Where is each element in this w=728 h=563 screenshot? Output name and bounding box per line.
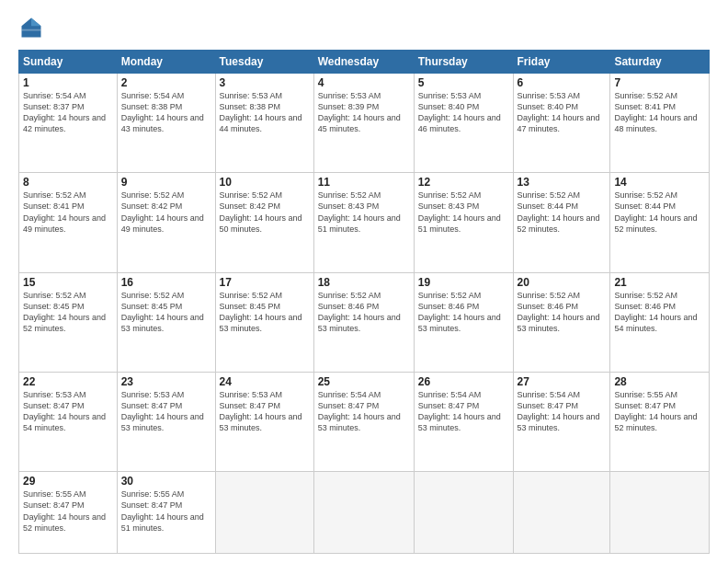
day-number: 15 bbox=[23, 276, 113, 289]
calendar-cell: 6Sunrise: 5:53 AMSunset: 8:40 PMDaylight… bbox=[513, 74, 610, 173]
day-number: 13 bbox=[518, 176, 607, 189]
logo bbox=[18, 15, 46, 40]
calendar-cell: 11Sunrise: 5:52 AMSunset: 8:43 PMDayligh… bbox=[313, 173, 414, 272]
day-info: Sunrise: 5:54 AMSunset: 8:47 PMDaylight:… bbox=[518, 389, 607, 434]
day-info: Sunrise: 5:52 AMSunset: 8:45 PMDaylight:… bbox=[220, 290, 310, 335]
col-header-saturday: Saturday bbox=[610, 51, 710, 74]
day-number: 2 bbox=[121, 76, 211, 89]
calendar-week-0: 1Sunrise: 5:54 AMSunset: 8:37 PMDaylight… bbox=[19, 74, 710, 173]
calendar-cell: 18Sunrise: 5:52 AMSunset: 8:46 PMDayligh… bbox=[313, 272, 414, 372]
col-header-wednesday: Wednesday bbox=[313, 51, 414, 74]
calendar-cell: 17Sunrise: 5:52 AMSunset: 8:45 PMDayligh… bbox=[215, 272, 313, 372]
day-number: 4 bbox=[318, 76, 410, 89]
day-info: Sunrise: 5:52 AMSunset: 8:42 PMDaylight:… bbox=[220, 190, 310, 235]
day-info: Sunrise: 5:52 AMSunset: 8:46 PMDaylight:… bbox=[318, 290, 410, 335]
calendar-cell: 9Sunrise: 5:52 AMSunset: 8:42 PMDaylight… bbox=[117, 173, 215, 272]
day-info: Sunrise: 5:52 AMSunset: 8:43 PMDaylight:… bbox=[318, 190, 410, 235]
calendar-cell: 7Sunrise: 5:52 AMSunset: 8:41 PMDaylight… bbox=[610, 74, 710, 173]
day-info: Sunrise: 5:55 AMSunset: 8:47 PMDaylight:… bbox=[23, 488, 113, 534]
calendar-cell bbox=[414, 472, 513, 554]
day-number: 6 bbox=[518, 76, 607, 89]
day-number: 19 bbox=[418, 276, 509, 289]
calendar-cell: 15Sunrise: 5:52 AMSunset: 8:45 PMDayligh… bbox=[19, 272, 118, 372]
day-info: Sunrise: 5:54 AMSunset: 8:47 PMDaylight:… bbox=[318, 389, 410, 434]
day-number: 24 bbox=[220, 375, 310, 388]
day-info: Sunrise: 5:52 AMSunset: 8:44 PMDaylight:… bbox=[518, 190, 607, 235]
calendar-cell: 19Sunrise: 5:52 AMSunset: 8:46 PMDayligh… bbox=[414, 272, 513, 372]
calendar-table: SundayMondayTuesdayWednesdayThursdayFrid… bbox=[18, 50, 710, 554]
day-number: 30 bbox=[121, 475, 211, 488]
logo-icon bbox=[18, 15, 44, 40]
day-info: Sunrise: 5:52 AMSunset: 8:44 PMDaylight:… bbox=[614, 190, 705, 235]
day-info: Sunrise: 5:55 AMSunset: 8:47 PMDaylight:… bbox=[614, 389, 705, 434]
day-number: 21 bbox=[614, 276, 705, 289]
calendar-cell: 29Sunrise: 5:55 AMSunset: 8:47 PMDayligh… bbox=[19, 472, 118, 554]
day-info: Sunrise: 5:52 AMSunset: 8:45 PMDaylight:… bbox=[23, 290, 113, 335]
calendar-cell: 1Sunrise: 5:54 AMSunset: 8:37 PMDaylight… bbox=[19, 74, 118, 173]
calendar-cell: 4Sunrise: 5:53 AMSunset: 8:39 PMDaylight… bbox=[313, 74, 414, 173]
day-info: Sunrise: 5:54 AMSunset: 8:38 PMDaylight:… bbox=[121, 90, 211, 135]
day-number: 7 bbox=[614, 76, 705, 89]
calendar-cell: 8Sunrise: 5:52 AMSunset: 8:41 PMDaylight… bbox=[19, 173, 118, 272]
day-number: 27 bbox=[518, 375, 607, 388]
svg-rect-2 bbox=[22, 29, 41, 31]
header bbox=[18, 15, 710, 40]
day-info: Sunrise: 5:52 AMSunset: 8:46 PMDaylight:… bbox=[614, 290, 705, 335]
day-info: Sunrise: 5:54 AMSunset: 8:37 PMDaylight:… bbox=[23, 90, 113, 135]
day-number: 23 bbox=[121, 375, 211, 388]
day-number: 25 bbox=[318, 375, 410, 388]
day-info: Sunrise: 5:53 AMSunset: 8:40 PMDaylight:… bbox=[518, 90, 607, 135]
day-info: Sunrise: 5:54 AMSunset: 8:47 PMDaylight:… bbox=[418, 389, 509, 434]
day-info: Sunrise: 5:52 AMSunset: 8:41 PMDaylight:… bbox=[23, 190, 113, 235]
day-info: Sunrise: 5:52 AMSunset: 8:45 PMDaylight:… bbox=[121, 290, 211, 335]
calendar-cell: 5Sunrise: 5:53 AMSunset: 8:40 PMDaylight… bbox=[414, 74, 513, 173]
day-info: Sunrise: 5:52 AMSunset: 8:46 PMDaylight:… bbox=[418, 290, 509, 335]
day-number: 28 bbox=[614, 375, 705, 388]
calendar-cell: 13Sunrise: 5:52 AMSunset: 8:44 PMDayligh… bbox=[513, 173, 610, 272]
day-number: 26 bbox=[418, 375, 509, 388]
calendar-cell bbox=[610, 472, 710, 554]
day-number: 8 bbox=[23, 176, 113, 189]
calendar-cell: 24Sunrise: 5:53 AMSunset: 8:47 PMDayligh… bbox=[215, 372, 313, 471]
calendar-week-3: 22Sunrise: 5:53 AMSunset: 8:47 PMDayligh… bbox=[19, 372, 710, 471]
calendar-cell bbox=[313, 472, 414, 554]
day-number: 10 bbox=[220, 176, 310, 189]
day-number: 20 bbox=[518, 276, 607, 289]
calendar-cell: 14Sunrise: 5:52 AMSunset: 8:44 PMDayligh… bbox=[610, 173, 710, 272]
calendar-cell: 26Sunrise: 5:54 AMSunset: 8:47 PMDayligh… bbox=[414, 372, 513, 471]
page: SundayMondayTuesdayWednesdayThursdayFrid… bbox=[0, 0, 728, 563]
day-number: 9 bbox=[121, 176, 211, 189]
day-number: 11 bbox=[318, 176, 410, 189]
calendar-week-4: 29Sunrise: 5:55 AMSunset: 8:47 PMDayligh… bbox=[19, 472, 710, 554]
day-number: 12 bbox=[418, 176, 509, 189]
calendar-cell: 22Sunrise: 5:53 AMSunset: 8:47 PMDayligh… bbox=[19, 372, 118, 471]
calendar-cell: 12Sunrise: 5:52 AMSunset: 8:43 PMDayligh… bbox=[414, 173, 513, 272]
col-header-sunday: Sunday bbox=[19, 51, 118, 74]
day-info: Sunrise: 5:55 AMSunset: 8:47 PMDaylight:… bbox=[121, 488, 211, 534]
day-number: 29 bbox=[23, 475, 113, 488]
calendar-week-1: 8Sunrise: 5:52 AMSunset: 8:41 PMDaylight… bbox=[19, 173, 710, 272]
day-number: 22 bbox=[23, 375, 113, 388]
calendar-cell: 28Sunrise: 5:55 AMSunset: 8:47 PMDayligh… bbox=[610, 372, 710, 471]
calendar-cell bbox=[513, 472, 610, 554]
day-number: 3 bbox=[220, 76, 310, 89]
day-number: 18 bbox=[318, 276, 410, 289]
day-number: 14 bbox=[614, 176, 705, 189]
col-header-monday: Monday bbox=[117, 51, 215, 74]
calendar-cell: 16Sunrise: 5:52 AMSunset: 8:45 PMDayligh… bbox=[117, 272, 215, 372]
day-number: 16 bbox=[121, 276, 211, 289]
col-header-friday: Friday bbox=[513, 51, 610, 74]
day-info: Sunrise: 5:52 AMSunset: 8:41 PMDaylight:… bbox=[614, 90, 705, 135]
calendar-cell: 2Sunrise: 5:54 AMSunset: 8:38 PMDaylight… bbox=[117, 74, 215, 173]
day-info: Sunrise: 5:53 AMSunset: 8:40 PMDaylight:… bbox=[418, 90, 509, 135]
day-number: 1 bbox=[23, 76, 113, 89]
calendar-cell bbox=[215, 472, 313, 554]
day-info: Sunrise: 5:53 AMSunset: 8:38 PMDaylight:… bbox=[220, 90, 310, 135]
day-number: 17 bbox=[220, 276, 310, 289]
calendar-cell: 30Sunrise: 5:55 AMSunset: 8:47 PMDayligh… bbox=[117, 472, 215, 554]
day-number: 5 bbox=[418, 76, 509, 89]
col-header-thursday: Thursday bbox=[414, 51, 513, 74]
calendar-week-2: 15Sunrise: 5:52 AMSunset: 8:45 PMDayligh… bbox=[19, 272, 710, 372]
calendar-cell: 3Sunrise: 5:53 AMSunset: 8:38 PMDaylight… bbox=[215, 74, 313, 173]
calendar-cell: 23Sunrise: 5:53 AMSunset: 8:47 PMDayligh… bbox=[117, 372, 215, 471]
